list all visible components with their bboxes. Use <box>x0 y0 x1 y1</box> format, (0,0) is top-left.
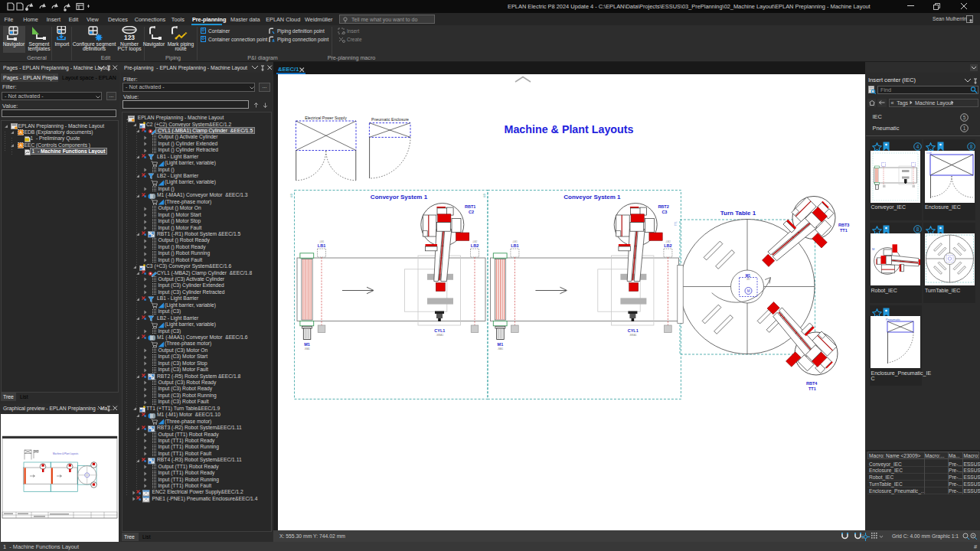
svg-text:Pneumatic: Pneumatic <box>886 318 900 321</box>
svg-text:4.0: 4.0 <box>483 194 486 197</box>
svg-text:LB2: LB2 <box>664 243 671 248</box>
svg-text:RBT1: RBT1 <box>465 204 475 209</box>
svg-text:LB1: LB1 <box>511 243 518 248</box>
svg-text:RBT2: RBT2 <box>658 204 668 209</box>
svg-text:8: 8 <box>970 144 973 149</box>
svg-text:M: M <box>872 247 874 251</box>
svg-text:-MBA1: -MBA1 <box>436 334 443 337</box>
svg-text:RBT4: RBT4 <box>806 381 818 386</box>
svg-text:4.0: 4.0 <box>290 194 293 197</box>
svg-text:CYL1: CYL1 <box>434 328 445 333</box>
svg-text:TT1: TT1 <box>675 221 678 226</box>
svg-text:M: M <box>747 289 750 293</box>
svg-text:TT1: TT1 <box>840 228 848 233</box>
svg-text:1: 1 <box>963 126 966 131</box>
svg-text:Machine & Plant Layouts: Machine & Plant Layouts <box>53 452 79 455</box>
svg-text:Machine & Plant Layouts: Machine & Plant Layouts <box>505 122 634 135</box>
svg-text:8: 8 <box>916 227 919 232</box>
svg-text:123: 123 <box>124 34 135 41</box>
svg-text:C2: C2 <box>469 210 474 214</box>
svg-text:Pneumatic Enclosure: Pneumatic Enclosure <box>371 117 409 122</box>
svg-text:C3: C3 <box>662 210 667 214</box>
svg-text:Conveyor System 1: Conveyor System 1 <box>564 194 621 201</box>
svg-text:Turn Table 1: Turn Table 1 <box>720 210 756 217</box>
svg-text:Electrical Power Supply: Electrical Power Supply <box>305 116 347 120</box>
svg-text:LB1: LB1 <box>318 243 325 248</box>
svg-text:5: 5 <box>963 115 966 120</box>
svg-text:4: 4 <box>916 144 919 149</box>
svg-text:M1: M1 <box>304 342 310 347</box>
svg-text:LB2: LB2 <box>471 243 479 248</box>
svg-text:-MBA1: -MBA1 <box>629 334 637 337</box>
svg-text:-MA1: -MA1 <box>498 347 504 350</box>
svg-text:CYL1: CYL1 <box>628 328 639 333</box>
svg-text:M1: M1 <box>498 342 504 347</box>
svg-text:-M1: -M1 <box>746 278 750 281</box>
svg-text:Conveyor System 1: Conveyor System 1 <box>371 194 428 201</box>
svg-text:RBT3: RBT3 <box>838 223 849 227</box>
svg-text:TT1: TT1 <box>808 386 816 391</box>
svg-text:-MA1: -MA1 <box>304 347 310 350</box>
